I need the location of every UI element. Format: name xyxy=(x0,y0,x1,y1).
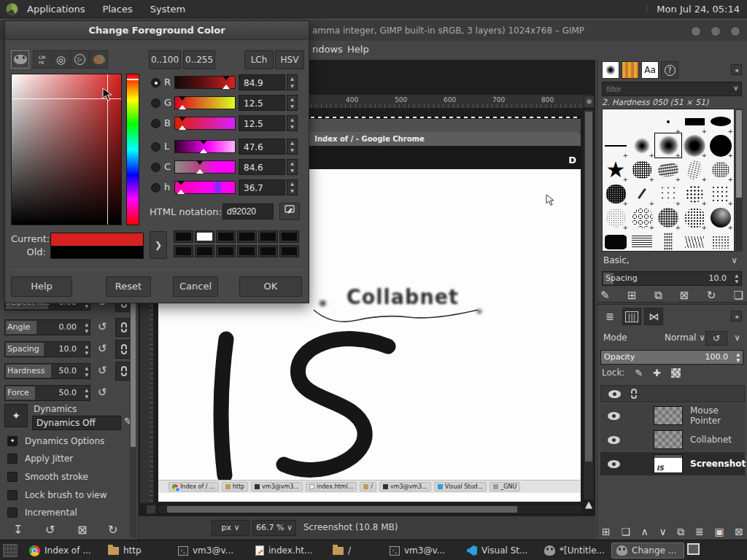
menu-help[interactable]: Help xyxy=(347,44,369,55)
tab-patterns[interactable] xyxy=(622,61,639,79)
value-b[interactable]: 12.5 xyxy=(239,115,285,131)
panel-menu-icon[interactable]: ◂ xyxy=(731,64,742,75)
reset-icon[interactable]: ↺ xyxy=(98,320,107,333)
history-swatch[interactable] xyxy=(196,246,214,257)
brush-speckle[interactable] xyxy=(681,182,708,206)
panel-menu-icon[interactable]: ◂ xyxy=(731,311,742,322)
reset-icon[interactable]: ↺ xyxy=(98,364,107,377)
chain-icon[interactable] xyxy=(631,389,637,399)
hue-strip[interactable] xyxy=(126,74,139,225)
layer-mask-icon[interactable]: ▣ xyxy=(714,526,724,538)
tab-paths[interactable]: ⋈ xyxy=(644,308,663,325)
brush-texture[interactable] xyxy=(629,158,655,182)
brush-blank[interactable] xyxy=(603,109,629,133)
history-add-button[interactable]: ❯ xyxy=(150,231,167,259)
zoom-select[interactable]: 66.7 % ∨ xyxy=(252,520,296,536)
spinner-icon[interactable]: ▲▼ xyxy=(735,273,738,284)
duplicate-brush-icon[interactable]: ⧉ xyxy=(654,289,662,302)
taskbar-http-folder[interactable]: http xyxy=(104,542,168,559)
color-picker-button[interactable] xyxy=(279,203,300,220)
brush-gradient-ball[interactable] xyxy=(708,206,734,230)
reset-button[interactable]: Reset xyxy=(106,276,151,297)
reset-icon[interactable]: ↺ xyxy=(98,386,107,399)
tab-wheel[interactable]: ▷ xyxy=(71,50,89,69)
save-tool-preset-icon[interactable]: ↧ xyxy=(13,523,23,537)
tab-fonts[interactable]: Aa xyxy=(641,61,659,79)
duplicate-layer-icon[interactable]: ⧉ xyxy=(677,526,684,538)
brush-star[interactable]: ★ xyxy=(603,158,629,182)
angle-slider-row[interactable]: Angle 0.00 ▲▼ ↺ xyxy=(4,319,137,335)
history-swatch[interactable] xyxy=(259,231,277,242)
dynamics-icon[interactable]: ✦ xyxy=(4,404,28,427)
spinner-icon[interactable]: ▲▼ xyxy=(287,95,298,111)
range-0-255-button[interactable]: 0..255 xyxy=(183,50,215,69)
value-h[interactable]: 36.7 xyxy=(239,179,285,195)
brush-texture[interactable] xyxy=(708,158,734,182)
menu-applications[interactable]: Applications xyxy=(18,4,93,15)
brush-scribble[interactable] xyxy=(603,182,629,206)
brush-deer[interactable] xyxy=(708,230,734,252)
slider-h[interactable] xyxy=(174,181,236,194)
color-select-square[interactable] xyxy=(11,74,122,225)
taskbar-terminal-1[interactable]: ›_ vm3@v... xyxy=(174,542,247,559)
taskbar-gimp-change-color[interactable]: Change ... xyxy=(611,542,684,559)
eye-icon[interactable] xyxy=(608,412,620,420)
taskbar-gimp-untitled[interactable]: *[Untitle... xyxy=(540,542,607,559)
taskbar-vscode[interactable]: Visual St... xyxy=(462,542,535,559)
brush-texture-cells[interactable] xyxy=(603,206,629,230)
chevron-down-icon[interactable]: ∨ xyxy=(734,332,740,343)
taskbar-chrome[interactable]: Index of ... xyxy=(25,542,99,559)
radio-l[interactable] xyxy=(151,142,160,152)
range-0-100-button[interactable]: 0..100 xyxy=(149,50,181,69)
value-l[interactable]: 47.6 xyxy=(239,139,285,155)
delete-layer-icon[interactable]: ⊠ xyxy=(735,526,743,538)
incremental-checkbox[interactable] xyxy=(7,508,18,518)
brush-hard-circle[interactable] xyxy=(708,133,734,158)
opacity-slider[interactable]: Opacity 100.0 ▲▼ xyxy=(600,350,743,365)
navigation-icon[interactable]: ⊕ xyxy=(584,96,595,108)
layer-row-screenshot[interactable]: IS Screenshot xyxy=(600,452,745,475)
minimize-button[interactable] xyxy=(691,26,701,36)
slider-g[interactable] xyxy=(174,96,236,109)
tab-brushes[interactable] xyxy=(602,61,619,79)
history-swatch[interactable] xyxy=(280,231,298,242)
html-notation-input[interactable] xyxy=(222,203,274,219)
layer-row-mouse-pointer[interactable]: Mouse Pointer xyxy=(600,404,745,427)
taskbar-text-editor[interactable]: index.ht... xyxy=(251,542,324,559)
menu-places[interactable]: Places xyxy=(93,4,141,15)
menu-windows[interactable]: ndows xyxy=(312,44,343,55)
unit-select[interactable]: px ∨ xyxy=(212,520,249,536)
apply-jitter-checkbox[interactable] xyxy=(7,454,18,464)
brush-vertical-texture[interactable] xyxy=(655,230,681,252)
eye-icon[interactable] xyxy=(608,436,620,444)
mode-select[interactable]: Normal ∨ xyxy=(665,332,705,343)
dock-splitter[interactable]: · · · xyxy=(597,302,747,305)
tab-channels[interactable]: ||| xyxy=(622,308,641,325)
brush-slash[interactable] xyxy=(629,182,655,206)
show-desktop-button[interactable] xyxy=(3,544,18,557)
history-swatch[interactable] xyxy=(259,246,277,257)
new-group-icon[interactable]: ❏ xyxy=(621,526,630,538)
lower-layer-icon[interactable]: ∨ xyxy=(659,526,666,538)
lock-brush-checkbox[interactable] xyxy=(7,490,18,500)
brush-soft-small[interactable] xyxy=(629,133,655,158)
smooth-stroke-checkbox[interactable] xyxy=(7,472,18,482)
brush-texture-noise[interactable] xyxy=(655,206,681,230)
help-button[interactable]: Help xyxy=(11,276,72,297)
brush-texture[interactable] xyxy=(655,158,681,182)
history-swatch-white[interactable] xyxy=(196,231,214,242)
brush-grid-scrollbar[interactable] xyxy=(735,109,743,252)
spinner-icon[interactable]: ▲▼ xyxy=(287,139,298,155)
cancel-button[interactable]: Cancel xyxy=(173,276,218,297)
slider-r[interactable] xyxy=(174,76,236,89)
scroll-up-arrow[interactable]: ▲ xyxy=(583,499,595,513)
dialog-titlebar[interactable]: Change Foreground Color xyxy=(5,21,309,40)
spinner-icon[interactable]: ▲▼ xyxy=(287,74,298,90)
tab-watercolor[interactable]: ◎ xyxy=(52,50,70,69)
brush-texture[interactable] xyxy=(681,158,708,182)
dynamics-options-expander[interactable]: ✦ xyxy=(7,436,18,446)
brush-line[interactable] xyxy=(603,133,629,158)
reset-tool-options-icon[interactable]: ↻ xyxy=(108,523,117,537)
brush-grid[interactable]: ★ xyxy=(602,109,735,252)
hardness-slider-row[interactable]: Hardness 50.0 ▲▼ ↺ xyxy=(4,363,137,379)
